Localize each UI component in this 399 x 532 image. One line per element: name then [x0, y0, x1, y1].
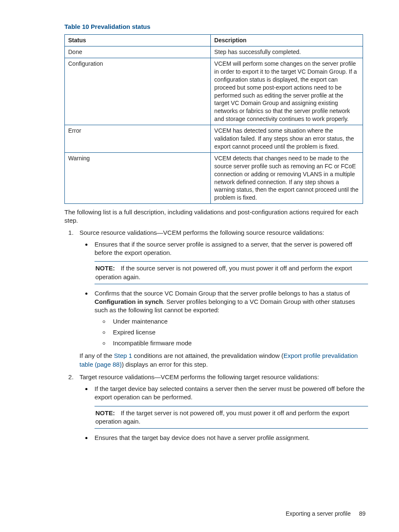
source-bullet-2: Confirms that the source VC Domain Group…: [92, 289, 368, 348]
cond-post: ) displays an error for this step.: [122, 361, 208, 368]
bullet-text-pre: Confirms that the source VC Domain Group…: [95, 290, 350, 297]
cell-description: VCEM detects that changes need to be mad…: [211, 152, 363, 203]
exclusion-item: Incompatible firmware mode: [110, 339, 368, 347]
note-label: NOTE:: [95, 265, 115, 272]
bullet-text: Ensures that the target bay device does …: [95, 434, 309, 441]
cell-description: Step has successfully completed.: [211, 46, 363, 58]
target-bullets: If the target device bay selected contai…: [84, 385, 368, 442]
table-row: Warning VCEM detects that changes need t…: [65, 152, 363, 203]
note-label: NOTE:: [95, 409, 115, 416]
intro-paragraph: The following list is a full description…: [64, 208, 363, 225]
step1-link[interactable]: Step 1: [114, 352, 132, 359]
cell-status: Done: [65, 46, 211, 58]
cell-status: Configuration: [65, 58, 211, 125]
page-footer: Exporting a server profile 89: [286, 510, 366, 518]
th-status: Status: [65, 35, 211, 46]
note-text: If the target server is not powered off,…: [95, 409, 349, 425]
cond-pre: If any of the: [79, 352, 114, 359]
condition-paragraph: If any of the Step 1 conditions are not …: [79, 352, 364, 369]
cell-status: Error: [65, 125, 211, 153]
note-text: If the source server is not powered off,…: [95, 265, 352, 280]
validation-list: Source resource validations—VCEM perform…: [64, 229, 368, 348]
item1-lead: Source resource validations—VCEM perform…: [79, 229, 324, 236]
source-bullets: Ensures that if the source server profil…: [84, 240, 368, 348]
bullet-text-bold: Configuration in synch: [95, 298, 163, 305]
prevalidation-table: Status Description Done Step has success…: [64, 34, 363, 204]
cell-description: VCEM will perform some changes on the se…: [211, 58, 363, 125]
bullet-text: If the target device bay selected contai…: [95, 385, 365, 401]
table-row: Error VCEM has detected some situation w…: [65, 125, 363, 153]
table-row: Done Step has successfully completed.: [65, 46, 363, 58]
note-block: NOTE:If the target server is not powered…: [95, 406, 368, 429]
list-item-target: Target resource validations—VCEM perform…: [75, 373, 368, 442]
status-exclusion-list: Under maintenance Expired license Incomp…: [100, 317, 368, 348]
exclusion-item: Expired license: [110, 328, 368, 337]
exclusion-item: Under maintenance: [110, 317, 368, 326]
cell-status: Warning: [65, 152, 211, 203]
page-number: 89: [359, 510, 366, 517]
list-item-source: Source resource validations—VCEM perform…: [75, 229, 368, 348]
cell-description: VCEM has detected some situation where t…: [211, 125, 363, 153]
source-bullet-1: Ensures that if the source server profil…: [92, 240, 368, 284]
footer-section: Exporting a server profile: [286, 510, 351, 517]
target-bullet-2: Ensures that the target bay device does …: [92, 434, 368, 442]
table-title: Table 10 Prevalidation status: [64, 23, 366, 31]
target-bullet-1: If the target device bay selected contai…: [92, 385, 368, 429]
table-row: Configuration VCEM will perform some cha…: [65, 58, 363, 125]
cond-mid: conditions are not attained, the prevali…: [132, 352, 284, 359]
note-block: NOTE:If the source server is not powered…: [95, 261, 368, 284]
item2-lead: Target resource validations—VCEM perform…: [79, 373, 319, 380]
validation-list-2: Target resource validations—VCEM perform…: [64, 373, 368, 442]
bullet-text: Ensures that if the source server profil…: [95, 241, 352, 256]
th-description: Description: [211, 35, 363, 46]
page-container: Table 10 Prevalidation status Status Des…: [0, 0, 399, 532]
